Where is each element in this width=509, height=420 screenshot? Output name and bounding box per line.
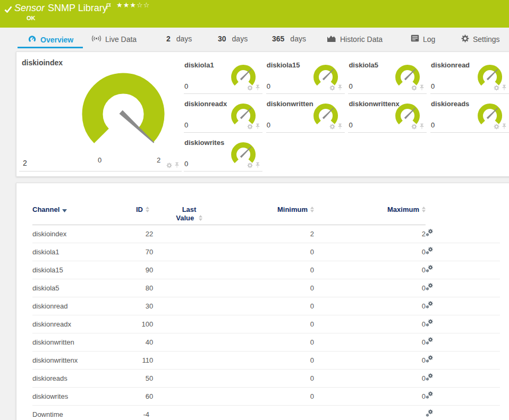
channel-settings-icon[interactable] xyxy=(426,265,434,273)
cell-settings xyxy=(426,297,500,315)
gauge-cell-diskiowrites[interactable]: diskiowrites0 xyxy=(184,133,262,172)
gauge-cell-diskiola1[interactable]: diskiola10 xyxy=(184,55,262,94)
cell-settings xyxy=(426,225,500,243)
gauge-cell-diskionreadx[interactable]: diskionreadx0 xyxy=(184,94,262,133)
cell-settings xyxy=(426,315,500,333)
mini-gear-icon[interactable] xyxy=(494,124,499,130)
cell-settings xyxy=(426,387,500,405)
channel-settings-icon[interactable] xyxy=(426,373,434,381)
mini-gear-icon[interactable] xyxy=(329,124,335,130)
column-header-last-value[interactable]: LastValue xyxy=(149,183,229,225)
pin-icon[interactable] xyxy=(255,123,260,130)
sort-icon xyxy=(146,206,149,215)
mini-gear-icon[interactable] xyxy=(166,162,172,168)
cell-channel: diskiowrites xyxy=(32,387,115,405)
cell-last-value: 2 xyxy=(149,225,229,243)
mini-gear-icon[interactable] xyxy=(247,85,253,91)
column-header-minimum[interactable]: Minimum xyxy=(229,183,314,225)
gauge-cell-diskiola15[interactable]: diskiola150 xyxy=(266,55,345,94)
gauges-panel: diskioindex 0 2 2 diskiola10diskiola150d… xyxy=(16,52,509,177)
cell-channel: diskiola5 xyxy=(32,279,115,297)
gauge-cell-diskionread[interactable]: diskionread0 xyxy=(430,55,509,94)
column-label: Last xyxy=(149,205,229,214)
gauge-value: 0 xyxy=(184,160,188,168)
gauge-title: diskionread xyxy=(431,61,470,69)
mini-gear-icon[interactable] xyxy=(411,124,417,130)
tab-30-days[interactable]: 30days xyxy=(218,35,248,44)
tab-historic-data[interactable]: Historic Data xyxy=(327,35,383,45)
cell-last-value: 0 xyxy=(149,315,229,333)
channel-settings-icon[interactable] xyxy=(426,283,434,291)
gauge-cell-diskionwritten[interactable]: diskionwritten0 xyxy=(266,94,345,133)
pin-icon[interactable] xyxy=(419,84,425,91)
main-gauge-divider xyxy=(19,171,182,172)
column-header-id[interactable]: ID xyxy=(115,183,149,225)
cell-id: 4 xyxy=(115,333,149,351)
cell-last-value xyxy=(149,405,229,420)
mini-gear-icon[interactable] xyxy=(247,162,253,168)
cell-last-value: 0 xyxy=(149,243,229,261)
cell-minimum: 0 xyxy=(229,279,314,297)
channel-settings-icon[interactable] xyxy=(426,301,434,309)
cell-id: -4 xyxy=(115,405,149,420)
flag-icon[interactable] xyxy=(106,2,111,12)
channel-settings-icon[interactable] xyxy=(426,247,434,255)
tab-2-days[interactable]: 2days xyxy=(166,35,192,44)
sensor-name: SNMP Library xyxy=(48,3,107,13)
channel-settings-icon[interactable] xyxy=(426,355,434,363)
cell-maximum: 0 xyxy=(314,279,426,297)
gauge-cell-diskioreads[interactable]: diskioreads0 xyxy=(430,94,509,133)
cell-minimum xyxy=(229,405,314,420)
channel-row-diskioreads: diskioreads5000 xyxy=(32,369,500,387)
star-empty-icon[interactable]: ☆ xyxy=(137,1,143,9)
mini-gear-icon[interactable] xyxy=(411,85,417,91)
gauge-cell-diskionwrittenx[interactable]: diskionwrittenx0 xyxy=(348,94,427,133)
column-header-channel[interactable]: Channel xyxy=(32,183,115,225)
pin-icon[interactable] xyxy=(255,84,260,91)
pin-icon[interactable] xyxy=(337,84,343,91)
cell-settings xyxy=(426,261,500,279)
star-filled-icon[interactable]: ★ xyxy=(123,1,130,9)
gauge-cell-diskiola5[interactable]: diskiola50 xyxy=(348,55,427,94)
tab-log[interactable]: Log xyxy=(411,35,435,44)
gauge-actions xyxy=(247,123,260,130)
pin-icon[interactable] xyxy=(502,123,507,130)
mini-gear-icon[interactable] xyxy=(329,85,335,91)
star-empty-icon[interactable]: ☆ xyxy=(143,1,150,9)
cell-channel: diskionwritten xyxy=(32,333,115,351)
cell-minimum: 2 xyxy=(229,225,314,243)
pin-icon[interactable] xyxy=(419,123,425,130)
area-chart-icon xyxy=(327,35,336,45)
channel-table-body: diskioindex2222diskiola17000diskiola1590… xyxy=(32,225,500,420)
main-gauge-scale-max: 2 xyxy=(157,156,160,164)
sort-icon xyxy=(422,206,426,215)
pin-icon[interactable] xyxy=(174,162,180,168)
broadcast-icon xyxy=(91,35,101,45)
prtg-sensor-page: { "header": { "title_prefix": "Sensor", … xyxy=(0,0,509,420)
title-prefix: Sensor xyxy=(14,3,45,13)
pin-icon[interactable] xyxy=(255,162,260,168)
tab-settings[interactable]: Settings xyxy=(461,35,500,45)
channel-settings-icon[interactable] xyxy=(426,337,434,345)
channel-settings-icon[interactable] xyxy=(426,229,434,237)
cell-maximum: 0 xyxy=(314,351,426,369)
pin-icon[interactable] xyxy=(502,84,507,91)
tab-overview[interactable]: Overview xyxy=(28,35,73,46)
mini-gear-icon[interactable] xyxy=(494,85,499,91)
channel-settings-icon[interactable] xyxy=(426,391,434,399)
pin-icon[interactable] xyxy=(337,123,343,130)
star-filled-icon[interactable]: ★ xyxy=(130,1,137,9)
tab-live-data[interactable]: Live Data xyxy=(91,35,137,45)
gauge-title: diskiola1 xyxy=(184,61,214,69)
tab-365-days[interactable]: 365days xyxy=(272,35,306,44)
cell-channel: diskionwrittenx xyxy=(32,351,115,369)
channel-settings-icon[interactable] xyxy=(426,409,434,417)
gauge-icon xyxy=(28,35,37,46)
column-header-maximum[interactable]: Maximum xyxy=(314,183,426,225)
star-filled-icon[interactable]: ★ xyxy=(116,1,123,9)
priority-stars[interactable]: ★★★☆☆ xyxy=(116,1,150,9)
cell-last-value: 0 xyxy=(149,261,229,279)
mini-gear-icon[interactable] xyxy=(247,124,253,130)
channel-settings-icon[interactable] xyxy=(426,319,434,327)
cell-settings xyxy=(426,369,500,387)
